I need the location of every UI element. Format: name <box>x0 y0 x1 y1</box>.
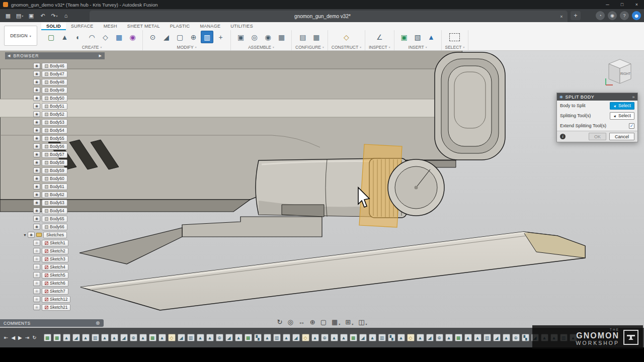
visibility-eye-icon[interactable]: ◉ <box>33 167 40 173</box>
pattern-feature-icon[interactable]: ▚ <box>388 334 395 341</box>
maximize-button[interactable]: □ <box>615 0 629 9</box>
visibility-eye-icon[interactable]: ◉ <box>33 184 40 190</box>
cancel-button[interactable]: Cancel <box>609 133 634 140</box>
joint-icon[interactable]: ◎ <box>248 31 261 43</box>
split-body-feature-icon[interactable]: ▥ <box>92 334 99 341</box>
form-icon[interactable]: ◉ <box>126 31 139 43</box>
extrude-feature-icon[interactable]: ▲ <box>158 334 166 341</box>
extrude-feature-icon[interactable]: ▲ <box>82 334 90 341</box>
measure-icon[interactable]: ∠ <box>373 31 386 43</box>
extrude-feature-icon[interactable]: ▲ <box>283 334 290 341</box>
body-node-body47[interactable]: Body47 <box>42 71 67 77</box>
visibility-eye-icon[interactable]: ◉ <box>33 111 40 117</box>
fillet-feature-icon[interactable]: ◢ <box>493 334 501 341</box>
document-tab-close-icon[interactable]: × <box>555 14 568 19</box>
insert-mesh-icon[interactable]: ▲ <box>425 31 438 43</box>
body-node-body52[interactable]: Body52 <box>42 111 67 118</box>
visibility-eye-icon[interactable]: ◉ <box>33 296 40 302</box>
combine-feature-icon[interactable]: ⊕ <box>436 334 443 341</box>
free-orbit-icon[interactable]: ↻ <box>277 318 283 326</box>
sketch-feature-icon[interactable]: ▦ <box>44 334 51 341</box>
comments-close-icon[interactable]: ⊗ <box>96 320 100 326</box>
info-icon[interactable]: i <box>560 134 566 139</box>
visibility-eye-icon[interactable]: ◉ <box>33 256 40 262</box>
model-knob-disc[interactable] <box>388 159 444 216</box>
extrude-feature-icon[interactable]: ▲ <box>63 334 70 341</box>
extend-splitting-tools-checkbox[interactable]: ✓ <box>629 123 634 129</box>
body-node-body61[interactable]: Body61 <box>42 184 67 190</box>
visibility-eye-icon[interactable]: ◉ <box>33 264 40 270</box>
sketch-feature-icon[interactable]: ▦ <box>149 334 156 341</box>
split-body-feature-icon[interactable]: ▥ <box>187 334 195 341</box>
timeline-play-button[interactable]: ▶ <box>18 335 22 340</box>
ribbon-group-label-assemble[interactable]: ASSEMBLE▾ <box>248 44 274 50</box>
sketch-feature-icon[interactable]: ▦ <box>53 334 61 341</box>
visibility-eye-icon[interactable]: ◉ <box>28 232 35 238</box>
visibility-eye-icon[interactable]: ◉ <box>33 143 40 149</box>
extrude-feature-icon[interactable]: ▲ <box>331 334 338 341</box>
new-component-icon[interactable]: ▣ <box>234 31 247 43</box>
viewport[interactable]: ◀ BROWSER ▶ ◉Body46◉Body47◉Body48◉Body49… <box>0 51 644 328</box>
sketch-node-sketch1[interactable]: Sketch1 <box>42 240 68 246</box>
view-cube-face-label[interactable]: RIGHT <box>620 72 630 75</box>
ribbon-tab-sheet-metal[interactable]: SHEET METAL <box>122 23 165 30</box>
ribbon-tab-utilities[interactable]: UTILITIES <box>225 23 258 30</box>
body-node-body62[interactable]: Body62 <box>42 192 67 198</box>
fillet-icon[interactable]: ◢ <box>160 31 173 43</box>
close-button[interactable]: × <box>629 0 644 9</box>
visibility-eye-icon[interactable]: ◉ <box>33 71 40 77</box>
visibility-eye-icon[interactable]: ◉ <box>33 127 40 133</box>
model-bracket[interactable] <box>79 217 322 264</box>
fillet-feature-icon[interactable]: ◢ <box>225 334 233 341</box>
visibility-eye-icon[interactable]: ◉ <box>33 272 40 278</box>
visibility-eye-icon[interactable]: ◉ <box>33 95 40 101</box>
notifications-icon[interactable]: ◉ <box>608 11 617 20</box>
ribbon-group-label-construct[interactable]: CONSTRUCT▾ <box>332 44 361 50</box>
construction-plane-feature-icon[interactable]: ◇ <box>302 334 309 341</box>
display-settings-icon[interactable]: ▦▾ <box>332 318 340 326</box>
ribbon-group-label-select[interactable]: SELECT▾ <box>445 44 465 50</box>
sketch-feature-icon[interactable]: ▦ <box>245 334 252 341</box>
configure-icon[interactable]: ▤ <box>296 31 309 43</box>
home-icon[interactable]: ⌂ <box>61 11 71 21</box>
body-node-body53[interactable]: Body53 <box>42 119 67 126</box>
sketch-feature-icon[interactable]: ▦ <box>455 334 462 341</box>
body-node-body59[interactable]: Body59 <box>42 167 67 174</box>
body-node-body50[interactable]: Body50 <box>42 95 67 102</box>
visibility-eye-icon[interactable]: ◉ <box>33 79 40 85</box>
rigid-group-icon[interactable]: ▦ <box>275 31 288 43</box>
visibility-eye-icon[interactable]: ◉ <box>33 151 40 157</box>
fit-icon[interactable]: ▢ <box>320 318 327 326</box>
visibility-eye-icon[interactable]: ◉ <box>33 288 40 294</box>
loft-icon[interactable]: ◇ <box>99 31 112 43</box>
redo-icon[interactable]: ↷▾ <box>49 11 59 21</box>
design-workspace-button[interactable]: DESIGN ▾ <box>4 26 37 46</box>
shell-icon[interactable]: ▢ <box>174 31 186 43</box>
fillet-feature-icon[interactable]: ◢ <box>72 334 80 341</box>
extrude-feature-icon[interactable]: ▲ <box>397 334 405 341</box>
ribbon-group-label-create[interactable]: CREATE▾ <box>82 44 102 50</box>
sketch-feature-icon[interactable]: ▦ <box>350 334 357 341</box>
extrude-feature-icon[interactable]: ▲ <box>101 334 109 341</box>
pattern-feature-icon[interactable]: ▚ <box>254 334 262 341</box>
split-body-feature-icon[interactable]: ▥ <box>378 334 386 341</box>
visibility-eye-icon[interactable]: ◉ <box>33 224 40 230</box>
visibility-eye-icon[interactable]: ◉ <box>33 135 40 141</box>
extrude-feature-icon[interactable]: ▲ <box>340 334 348 341</box>
sketch-node-sketch5[interactable]: Sketch5 <box>42 272 68 279</box>
sketch-node-sketch4[interactable]: Sketch4 <box>42 264 68 270</box>
body-node-body51[interactable]: Body51 <box>42 103 67 110</box>
ribbon-group-label-modify[interactable]: MODIFY▾ <box>177 44 197 50</box>
ribbon-tab-manage[interactable]: MANAGE <box>195 23 225 30</box>
body-to-split-select-button[interactable]: ► Select <box>610 102 634 110</box>
pattern-icon[interactable]: ▦ <box>113 31 125 43</box>
construction-plane-icon[interactable]: ◇ <box>340 31 353 43</box>
body-node-body57[interactable]: Body57 <box>42 151 67 158</box>
ribbon-tab-plastic[interactable]: PLASTIC <box>165 23 195 30</box>
ribbon-group-label-inspect[interactable]: INSPECT▾ <box>369 44 390 50</box>
extrude-feature-icon[interactable]: ▲ <box>235 334 243 341</box>
body-node-body66[interactable]: Body66 <box>42 224 67 230</box>
press-pull-icon[interactable]: ⊙ <box>146 31 159 43</box>
visibility-eye-icon[interactable]: ◉ <box>33 248 40 254</box>
extrude-feature-icon[interactable]: ▲ <box>206 334 214 341</box>
